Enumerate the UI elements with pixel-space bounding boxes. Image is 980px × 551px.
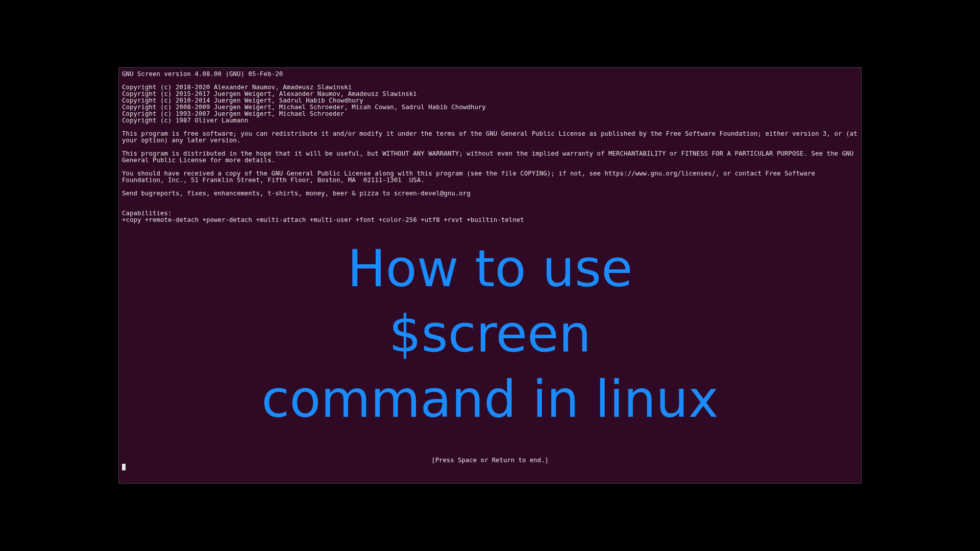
capabilities-label: Capabilities: xyxy=(122,210,172,217)
copyright-line: Copyright (c) 2010-2014 Juergen Weigert,… xyxy=(122,97,363,104)
title-overlay: How to use $screen command in linux xyxy=(119,236,861,432)
license-line: This program is free software; you can r… xyxy=(122,130,861,144)
license-line: You should have received a copy of the G… xyxy=(122,170,819,184)
license-line: This program is distributed in the hope … xyxy=(122,150,857,164)
terminal-cursor xyxy=(122,464,126,470)
terminal-output: GNU Screen version 4.08.00 (GNU) 05-Feb-… xyxy=(122,71,858,223)
status-prompt: [Press Space or Return to end.] xyxy=(119,457,861,464)
copyright-line: Copyright (c) 2018-2020 Alexander Naumov… xyxy=(122,84,352,91)
version-line: GNU Screen version 4.08.00 (GNU) 05-Feb-… xyxy=(122,70,283,78)
overlay-line-3: command in linux xyxy=(119,367,861,432)
bugreports-line: Send bugreports, fixes, enhancements, t-… xyxy=(122,190,471,197)
terminal-window[interactable]: GNU Screen version 4.08.00 (GNU) 05-Feb-… xyxy=(118,67,862,484)
capabilities-list: +copy +remote-detach +power-detach +mult… xyxy=(122,216,524,223)
copyright-line: Copyright (c) 2008-2009 Juergen Weigert,… xyxy=(122,104,486,111)
copyright-line: Copyright (c) 2015-2017 Juergen Weigert,… xyxy=(122,90,417,97)
copyright-line: Copyright (c) 1987 Oliver Laumann xyxy=(122,117,249,124)
overlay-line-2: $screen xyxy=(119,302,861,367)
overlay-line-1: How to use xyxy=(119,236,861,302)
copyright-line: Copyright (c) 1993-2007 Juergen Weigert,… xyxy=(122,110,344,117)
